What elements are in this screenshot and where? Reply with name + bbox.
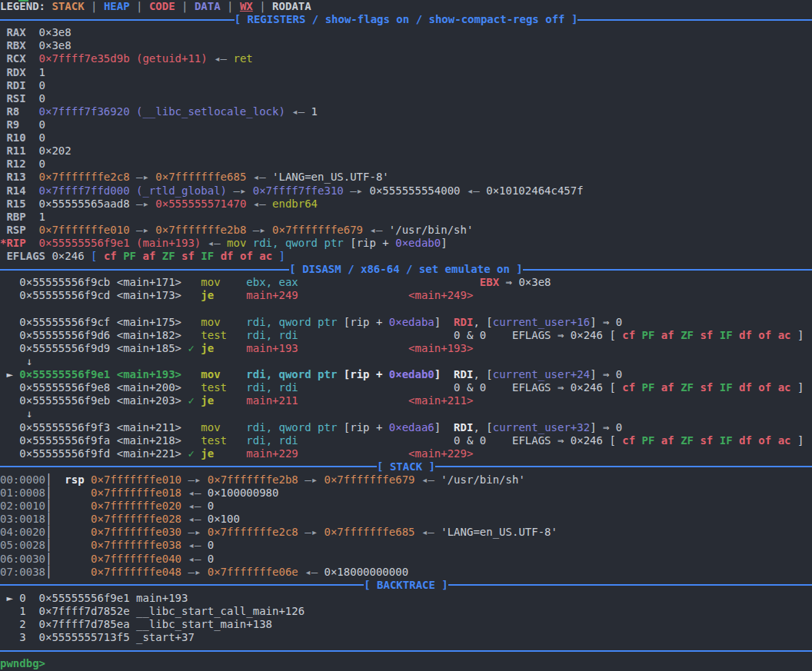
text-segment bbox=[181, 289, 201, 301]
text-segment: IF bbox=[720, 434, 733, 447]
text-segment: 04:0020 bbox=[0, 526, 45, 538]
text-segment: 0×7ffff7d7852e __libc_start_call_main+12… bbox=[39, 605, 305, 617]
text-segment: DATA bbox=[195, 0, 221, 12]
text-segment: 0×3e8 bbox=[39, 39, 72, 51]
reg-r9: R9 0 bbox=[0, 118, 812, 131]
text-segment: ZF bbox=[681, 434, 694, 447]
text-segment bbox=[298, 289, 408, 301]
terminal[interactable]: LEGEND: STACK | HEAP | CODE | DATA | WX … bbox=[0, 0, 812, 671]
text-segment: 05:0028 bbox=[0, 539, 45, 551]
text-segment: current_user+24 bbox=[493, 368, 590, 380]
text-segment: RODATA bbox=[272, 0, 311, 12]
text-segment: LEGEND: bbox=[0, 0, 52, 12]
text-segment: 0×10102464c457f bbox=[486, 184, 583, 197]
text-segment bbox=[733, 329, 739, 341]
text-segment: 0×55555556f9e1 (main+193) bbox=[39, 237, 208, 249]
text-segment: 0×55555556f9cd bbox=[19, 289, 116, 301]
text-segment: 0×55555556f9e1 main+193 bbox=[39, 592, 188, 604]
text-segment bbox=[52, 553, 91, 565]
text-segment: mov bbox=[227, 237, 246, 249]
text-segment: 0 bbox=[39, 79, 45, 91]
text-segment: 0×7fffffffe018 bbox=[91, 487, 188, 499]
text-segment bbox=[221, 368, 247, 380]
text-segment: 0 & 0 bbox=[454, 434, 486, 447]
text-segment bbox=[654, 434, 661, 447]
registers-header-label: [ REGISTERS / show-flags on / show-compa… bbox=[235, 13, 578, 26]
text-segment bbox=[155, 250, 161, 262]
disasm-line: 0×55555556f9eb <main+203> ✓ je main+211 … bbox=[0, 394, 812, 407]
text-segment: | bbox=[253, 0, 272, 12]
stack-row: 02:0010│ 0×7fffffffe020 ◂— 0 bbox=[0, 500, 812, 513]
text-segment bbox=[117, 250, 123, 262]
text-segment: endbr64 bbox=[272, 198, 318, 210]
text-segment: ↓ bbox=[0, 355, 32, 367]
text-segment: cf bbox=[622, 434, 635, 447]
text-segment: 0×55555556f9f3 bbox=[19, 421, 116, 433]
text-segment bbox=[52, 539, 91, 551]
text-segment: , [ bbox=[473, 368, 492, 380]
text-segment: ✓ bbox=[188, 342, 194, 354]
text-segment: RAX bbox=[0, 26, 39, 38]
text-segment: EFLAGS bbox=[0, 250, 52, 262]
text-segment: —▸ bbox=[188, 526, 207, 538]
text-segment: | bbox=[85, 0, 104, 12]
text-segment: ◂— bbox=[208, 237, 227, 249]
prompt-line[interactable]: pwndbg> bbox=[0, 657, 812, 670]
text-segment: '/usr/bin/sh' bbox=[389, 224, 474, 236]
text-segment: RCX bbox=[0, 52, 39, 65]
text-segment: 0×7fffffffe048 bbox=[91, 566, 188, 578]
text-segment bbox=[52, 526, 91, 538]
text-segment: ] ⇒ 0 bbox=[590, 368, 622, 380]
text-segment: '/usr/bin/sh' bbox=[441, 473, 525, 486]
text-segment: , [ bbox=[473, 316, 492, 328]
section-rule-line bbox=[435, 466, 812, 467]
section-rule-line bbox=[0, 650, 812, 652]
text-segment: EFLAGS ⇒ 0×246 bbox=[512, 329, 609, 341]
text-segment: [rip + bbox=[344, 421, 389, 433]
text-segment: HEAP bbox=[104, 0, 130, 12]
text-segment: 0×7ffff7ffe310 bbox=[253, 184, 350, 197]
text-segment: EFLAGS ⇒ 0×246 bbox=[512, 381, 609, 394]
section-rule-line bbox=[0, 466, 377, 467]
text-segment bbox=[181, 329, 201, 341]
stack-row: 03:0018│ 0×7fffffffe028 ◂— 0×100 bbox=[0, 513, 812, 526]
text-segment: PF bbox=[123, 250, 136, 262]
text-segment bbox=[0, 447, 19, 460]
text-segment: <main+173> bbox=[117, 289, 181, 301]
text-segment bbox=[441, 421, 454, 433]
text-segment bbox=[298, 276, 480, 288]
text-segment: 0×55555556f9eb bbox=[19, 394, 116, 407]
text-segment bbox=[298, 394, 408, 407]
text-segment: R10 bbox=[0, 131, 39, 144]
text-segment: ◂— bbox=[253, 198, 272, 210]
reg-r8: R8 0×7ffff7f36920 (__libc_setlocale_lock… bbox=[0, 105, 812, 118]
disasm-header-label: [ DISASM / x86-64 / set emulate on ] bbox=[289, 263, 522, 276]
stack-row: 01:0008│ 0×7fffffffe018 ◂— 0×100000980 bbox=[0, 487, 812, 500]
text-segment: | bbox=[175, 0, 195, 12]
text-segment: mov bbox=[201, 276, 220, 288]
text-segment: 00:0000 bbox=[0, 473, 45, 486]
text-segment: IF bbox=[720, 381, 733, 394]
text-segment: cf bbox=[622, 381, 635, 394]
text-segment: ◂— bbox=[304, 566, 324, 578]
text-segment: <main+171> bbox=[117, 276, 181, 288]
section-rule-line bbox=[0, 584, 364, 586]
text-segment: 0×7ffff7ffd000 (_rtld_global) bbox=[39, 184, 234, 197]
text-segment: RDX bbox=[0, 66, 39, 78]
text-segment: 0×7fffffffe06e bbox=[208, 566, 304, 578]
reg-r10: R10 0 bbox=[0, 131, 812, 144]
text-segment: ✓ bbox=[188, 447, 194, 460]
backtrace-header-label: [ BACKTRACE ] bbox=[364, 579, 448, 592]
text-segment: 0×55555556f9fa bbox=[19, 434, 116, 447]
text-segment bbox=[0, 316, 19, 328]
text-segment: R15 bbox=[0, 198, 39, 210]
text-segment: ◂— bbox=[369, 224, 388, 236]
text-segment: 0×55555556f9e1 bbox=[19, 368, 116, 380]
text-segment bbox=[713, 381, 719, 394]
text-segment: ► bbox=[0, 592, 19, 604]
text-segment bbox=[441, 368, 454, 380]
text-segment: —▸ bbox=[136, 198, 155, 210]
text-segment: current_user+16 bbox=[493, 316, 590, 328]
backtrace-row: ► 0 0×55555556f9e1 main+193 bbox=[0, 592, 812, 605]
text-segment: RBX bbox=[0, 39, 39, 51]
